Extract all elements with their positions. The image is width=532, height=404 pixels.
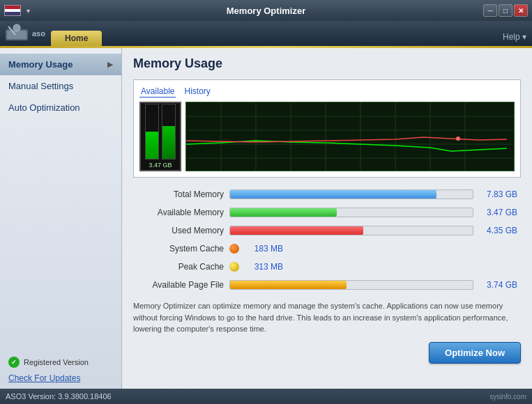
optimize-now-button[interactable]: Optimize Now [429,342,521,364]
content-area: Memory Usage Available History [122,48,532,389]
brand-text: sysinfo.com [489,393,526,401]
mem-label-available: Available Memory [133,208,224,217]
sidebar-item-manual-settings[interactable]: Manual Settings [0,75,121,97]
peak-cache-dot [229,262,239,272]
mem-bar-available [230,208,337,217]
window-title: Memory Optimizer [227,6,305,16]
svg-point-3 [13,24,20,31]
mem-value-available: 3.47 GB [479,208,517,217]
gauge-label: 3.47 GB [149,162,172,169]
minimize-button[interactable]: ─ [483,4,497,17]
system-cache-dot [229,244,239,254]
viz-panel: Available History 3. [133,79,521,178]
flag-icon [4,5,21,16]
mem-row-peak-cache: Peak Cache 313 MB [133,260,521,274]
sidebar-label-auto-optimization: Auto Optimization [8,102,80,113]
registered-label: Registered Version [24,358,89,366]
sidebar-item-memory-usage[interactable]: Memory Usage ▶ [0,54,121,75]
nav-logo-text: aso [32,29,45,38]
mem-row-page-file: Available Page File 3.74 GB [133,278,521,292]
status-bar: ASO3 Version: 3.9.3800.18406 sysinfo.com [0,389,532,404]
sidebar-item-auto-optimization[interactable]: Auto Optimization [0,97,121,118]
sidebar-arrow-memory-usage: ▶ [107,61,113,68]
gauge-fill-left [146,132,158,159]
registered-row: ✓ Registered Version [8,357,113,368]
gauge-bar-right [162,104,176,160]
tab-history[interactable]: History [183,86,211,98]
memory-bars-section: Total Memory 7.83 GB Available Memory 3.… [133,187,521,292]
title-bar-left: ▾ [4,5,30,16]
mem-bar-container-total [229,189,473,199]
svg-rect-1 [7,31,26,39]
mem-bar-used [230,226,363,235]
maximize-button[interactable]: □ [499,4,512,17]
gauge-bars [145,104,176,160]
sidebar-label-manual-settings: Manual Settings [8,81,73,91]
mem-bar-container-used [229,226,473,235]
mem-label-peak-cache: Peak Cache [133,262,224,272]
viz-tabs: Available History [139,86,515,98]
mem-value-total: 7.83 GB [479,189,517,199]
mem-bar-total [230,190,436,199]
mem-bar-page-file [230,281,347,289]
mem-row-used: Used Memory 4.35 GB [133,224,521,238]
memory-gauge: 3.47 GB [139,102,181,171]
mem-value-system-cache: 183 MB [245,244,283,254]
mem-value-peak-cache: 313 MB [245,262,283,272]
optimize-btn-row: Optimize Now [133,342,521,364]
title-bar: ▾ Memory Optimizer ─ □ ✕ [0,0,532,21]
system-cache-dot-icon [229,244,239,254]
mem-label-page-file: Available Page File [133,280,224,290]
viz-content: 3.47 GB [139,102,515,171]
app-logo-icon [6,24,28,43]
mem-row-system-cache: System Cache 183 MB [133,242,521,256]
gauge-fill-right [162,126,175,159]
main-layout: Memory Usage ▶ Manual Settings Auto Opti… [0,48,532,389]
mem-bar-container-available [229,208,473,217]
history-chart [185,102,515,171]
gauge-bar-left [145,104,159,160]
peak-cache-dot-icon [229,262,239,272]
mem-value-page-file: 3.74 GB [479,280,517,290]
sidebar: Memory Usage ▶ Manual Settings Auto Opti… [0,48,122,389]
mem-label-used: Used Memory [133,226,224,235]
version-text: ASO3 Version: 3.9.3800.18406 [6,392,112,401]
mem-value-used: 4.35 GB [479,226,517,235]
flag-dropdown[interactable]: ▾ [26,7,30,15]
title-controls: ─ □ ✕ [483,4,528,17]
mem-label-total: Total Memory [133,189,224,199]
close-button[interactable]: ✕ [514,4,528,17]
mem-label-system-cache: System Cache [133,244,224,254]
page-title: Memory Usage [133,56,521,71]
mem-row-available: Available Memory 3.47 GB [133,205,521,219]
nav-bar: aso Home Help ▾ [0,21,532,46]
mem-row-total: Total Memory 7.83 GB [133,187,521,201]
svg-point-16 [456,137,460,141]
sidebar-label-memory-usage: Memory Usage [8,59,73,70]
mem-bar-container-page-file [229,280,473,290]
chart-svg [186,102,514,171]
sidebar-bottom: ✓ Registered Version Check For Updates [0,351,121,389]
description-text: Memory Optimizer can optimize memory and… [133,300,521,335]
tab-available[interactable]: Available [139,86,176,98]
registered-check-icon: ✓ [8,357,20,368]
check-updates-link[interactable]: Check For Updates [8,373,80,383]
help-menu[interactable]: Help ▾ [503,32,526,46]
home-tab[interactable]: Home [51,31,102,46]
nav-logo: aso [6,24,45,46]
